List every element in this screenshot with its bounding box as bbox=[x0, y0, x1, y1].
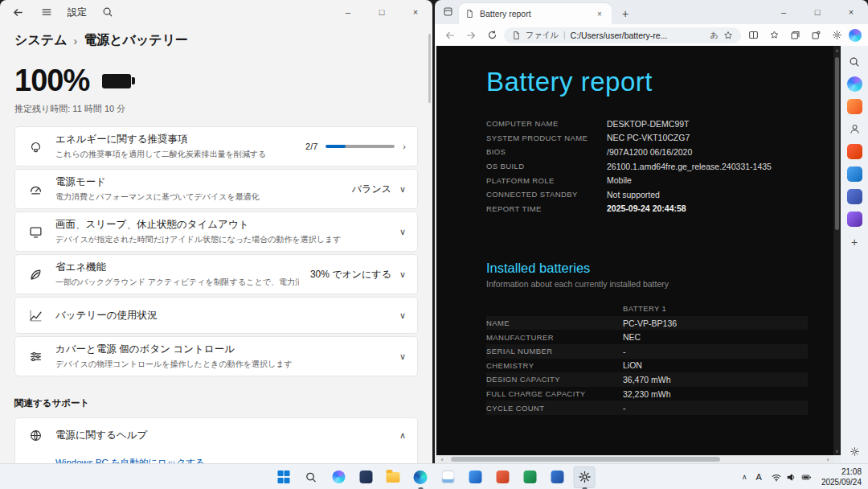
taskbar-clock[interactable]: 21:08 2025/09/24 bbox=[821, 466, 862, 487]
report-field: REPORT TIME2025-09-24 20:44:58 bbox=[486, 202, 833, 216]
close-button[interactable]: × bbox=[834, 0, 868, 24]
green-app-logo bbox=[523, 471, 536, 483]
card-energy-recommendations[interactable]: エネルギーに関する推奨事項 これらの推奨事項を適用して二酸化炭素排出量を削減する… bbox=[14, 126, 418, 166]
pinned-app-icon-3[interactable] bbox=[465, 466, 486, 488]
help-card-title: 電源に関するヘルプ bbox=[55, 429, 388, 442]
tab-close-icon[interactable]: × bbox=[594, 10, 605, 18]
refresh-icon[interactable] bbox=[483, 27, 501, 43]
back-icon[interactable] bbox=[441, 27, 459, 43]
tray-status-icons[interactable] bbox=[771, 472, 813, 483]
report-title: Battery report bbox=[486, 67, 833, 97]
breadcrumb-system[interactable]: システム bbox=[14, 32, 68, 49]
related-support-heading: 関連するサポート bbox=[14, 397, 418, 409]
url-text: C:/Users/user/battery-re... bbox=[571, 31, 706, 40]
vertical-scrollbar[interactable]: ∧ ∨ bbox=[833, 46, 841, 455]
horizontal-scrollbar-thumb[interactable] bbox=[451, 457, 720, 462]
address-bar[interactable]: ファイル | C:/Users/user/battery-re... あ bbox=[504, 27, 741, 43]
start-button[interactable] bbox=[273, 466, 295, 488]
tab-actions-icon[interactable] bbox=[443, 6, 453, 17]
card-battery-usage[interactable]: バッテリーの使用状況 ∨ bbox=[14, 297, 418, 334]
hidden-icons-chevron[interactable]: ∧ bbox=[742, 473, 747, 481]
maximize-button[interactable]: □ bbox=[800, 0, 834, 24]
maximize-button[interactable]: □ bbox=[365, 0, 399, 24]
url-scheme-label: ファイル bbox=[526, 30, 559, 41]
chevron-down-icon: ∨ bbox=[399, 184, 406, 195]
minimize-button[interactable]: – bbox=[767, 0, 800, 24]
settings-scrollbar[interactable] bbox=[428, 34, 431, 103]
sidebar-designer-icon[interactable] bbox=[847, 212, 862, 227]
table-row: DESIGN CAPACITY36,470 mWh bbox=[486, 372, 808, 387]
chevron-up-icon: ∧ bbox=[399, 430, 406, 441]
battery-percent: 100% bbox=[14, 64, 89, 98]
pinned-app-icon-1[interactable] bbox=[355, 466, 377, 488]
card-title: 画面、スリープ、休止状態のタイムアウト bbox=[55, 218, 388, 232]
taskbar-copilot-icon[interactable] bbox=[328, 466, 350, 488]
vertical-scrollbar-thumb[interactable] bbox=[835, 57, 839, 230]
back-icon[interactable] bbox=[10, 4, 26, 20]
battery-details-table: BATTERY 1 NAMEPC-VP-BP136 MANUFACTURERNE… bbox=[486, 302, 808, 415]
pinned-app-icon-6[interactable] bbox=[547, 466, 568, 488]
light-app-logo bbox=[441, 471, 454, 483]
settings-app-title: 設定 bbox=[68, 6, 87, 19]
edge-tab-strip: Battery report × + – □ × bbox=[435, 0, 868, 24]
scroll-left-arrow[interactable]: ‹ bbox=[436, 456, 448, 463]
card-title: バッテリーの使用状況 bbox=[55, 309, 388, 323]
battery-report-page: Battery report COMPUTER NAMEDESKTOP-DEMC… bbox=[436, 46, 833, 463]
scroll-up-arrow[interactable]: ∧ bbox=[833, 47, 841, 53]
copilot-icon[interactable] bbox=[849, 29, 862, 42]
scroll-right-arrow[interactable]: › bbox=[822, 456, 833, 463]
settings-titlebar: 設定 – □ × bbox=[0, 0, 432, 24]
pinned-app-icon-5[interactable] bbox=[519, 466, 541, 488]
sidebar-outlook-icon[interactable] bbox=[847, 166, 862, 182]
search-icon[interactable] bbox=[100, 4, 116, 20]
sidebar-m365-icon[interactable] bbox=[847, 144, 862, 159]
help-card-header[interactable]: 電源に関するヘルプ ∧ bbox=[27, 418, 406, 452]
minimize-button[interactable]: – bbox=[331, 0, 365, 24]
leaf-icon bbox=[27, 268, 44, 281]
new-tab-button[interactable]: + bbox=[618, 7, 633, 20]
report-field: COMPUTER NAMEDESKTOP-DEMC99T bbox=[486, 117, 833, 131]
report-field: OS BUILD26100.1.amd64fre.ge_release.2403… bbox=[486, 159, 833, 174]
favorites-icon[interactable] bbox=[765, 27, 783, 43]
sidebar-add-icon[interactable]: + bbox=[847, 234, 862, 249]
sidebar-settings-icon[interactable] bbox=[841, 446, 868, 457]
extensions-icon[interactable] bbox=[807, 27, 825, 43]
sidebar-shopping-icon[interactable] bbox=[847, 99, 862, 114]
sidebar-copilot-icon[interactable] bbox=[847, 76, 862, 92]
collections-icon[interactable] bbox=[786, 27, 804, 43]
report-field: SYSTEM PRODUCT NAMENEC PC-VKT10CZG7 bbox=[486, 131, 833, 146]
pinned-app-icon-2[interactable] bbox=[437, 466, 459, 488]
table-row: MANUFACTURERNEC bbox=[486, 330, 808, 344]
favorite-star-icon[interactable] bbox=[723, 31, 733, 40]
pinned-app-icon-4[interactable] bbox=[492, 466, 514, 488]
energy-saver-value: 30% でオンにする bbox=[310, 268, 391, 281]
edge-icon[interactable] bbox=[410, 466, 432, 488]
card-lid-and-power-buttons[interactable]: カバーと電源 個のボタン コントロール デバイスの物理コントロールを操作したとき… bbox=[14, 336, 418, 376]
chevron-right-icon: › bbox=[403, 142, 406, 151]
settings-taskbar-icon[interactable] bbox=[574, 466, 596, 488]
edge-sidebar: + bbox=[841, 46, 868, 463]
tab-battery-report[interactable]: Battery report × bbox=[459, 3, 612, 24]
hamburger-menu-icon[interactable] bbox=[39, 4, 55, 20]
ime-indicator[interactable]: A bbox=[756, 472, 762, 482]
sidebar-teams-icon[interactable] bbox=[847, 189, 862, 204]
lock-pc-automatically-link[interactable]: Windows PC を自動的にロックする bbox=[55, 457, 406, 463]
horizontal-scrollbar[interactable]: ‹ › bbox=[436, 455, 833, 463]
card-screen-sleep-timeouts[interactable]: 画面、スリープ、休止状態のタイムアウト デバイスが指定された時間だけアイドル状態… bbox=[14, 212, 418, 252]
table-header-row: BATTERY 1 bbox=[486, 302, 808, 316]
sidebar-search-icon[interactable] bbox=[847, 54, 862, 69]
translate-icon[interactable]: あ bbox=[710, 30, 719, 41]
sidebar-profile-icon[interactable] bbox=[847, 121, 862, 137]
edge-window: Battery report × + – □ × bbox=[435, 0, 868, 463]
forward-icon[interactable] bbox=[462, 27, 480, 43]
scroll-down-arrow[interactable]: ∨ bbox=[833, 448, 841, 454]
taskbar-search-icon[interactable] bbox=[301, 466, 322, 488]
file-explorer-icon[interactable] bbox=[383, 466, 404, 488]
close-button[interactable]: × bbox=[399, 0, 432, 24]
navy-app-logo bbox=[551, 471, 563, 483]
power-mode-value[interactable]: バランス bbox=[352, 183, 391, 196]
split-screen-icon[interactable] bbox=[744, 27, 762, 43]
card-power-mode[interactable]: 電源モード 電力消費とパフォーマンスに基づいてデバイスを最適化 バランス ∨ bbox=[14, 169, 418, 209]
card-energy-saver[interactable]: 省エネ機能 一部のバックグラウンド アクティビティを制限することで、電力消費を削… bbox=[14, 254, 418, 294]
browser-settings-icon[interactable] bbox=[828, 27, 845, 43]
